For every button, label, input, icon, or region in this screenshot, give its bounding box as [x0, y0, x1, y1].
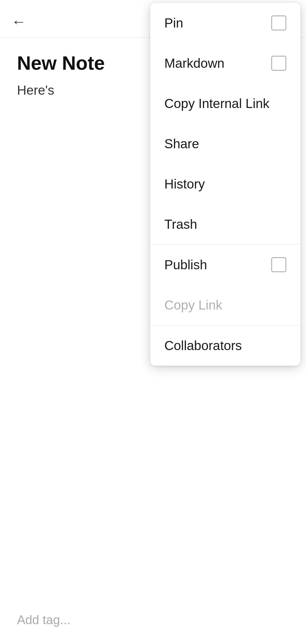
menu-section-2: Publish Copy Link [150, 245, 300, 325]
menu-item-history[interactable]: History [150, 164, 300, 204]
markdown-label: Markdown [164, 56, 224, 71]
publish-checkbox[interactable] [271, 257, 286, 272]
trash-label: Trash [164, 217, 197, 232]
menu-item-pin[interactable]: Pin [150, 3, 300, 43]
publish-label: Publish [164, 257, 207, 272]
share-label: Share [164, 136, 199, 151]
markdown-checkbox[interactable] [271, 56, 286, 71]
menu-item-copy-internal-link[interactable]: Copy Internal Link [150, 83, 300, 124]
copy-internal-link-label: Copy Internal Link [164, 96, 269, 111]
menu-item-trash[interactable]: Trash [150, 204, 300, 244]
menu-section-1: Pin Markdown Copy Internal Link Share Hi… [150, 3, 300, 245]
menu-item-copy-link: Copy Link [150, 285, 300, 325]
add-tag[interactable]: Add tag... [17, 613, 70, 627]
pin-checkbox[interactable] [271, 16, 286, 30]
menu-item-publish[interactable]: Publish [150, 245, 300, 285]
collaborators-label: Collaborators [164, 338, 242, 353]
pin-label: Pin [164, 15, 183, 31]
copy-link-label: Copy Link [164, 297, 222, 313]
history-label: History [164, 176, 205, 192]
menu-item-markdown[interactable]: Markdown [150, 43, 300, 83]
back-button[interactable]: ← [8, 11, 29, 32]
dropdown-menu: Pin Markdown Copy Internal Link Share Hi… [150, 3, 300, 366]
menu-section-3: Collaborators [150, 325, 300, 366]
menu-item-share[interactable]: Share [150, 124, 300, 164]
menu-item-collaborators[interactable]: Collaborators [150, 325, 300, 366]
